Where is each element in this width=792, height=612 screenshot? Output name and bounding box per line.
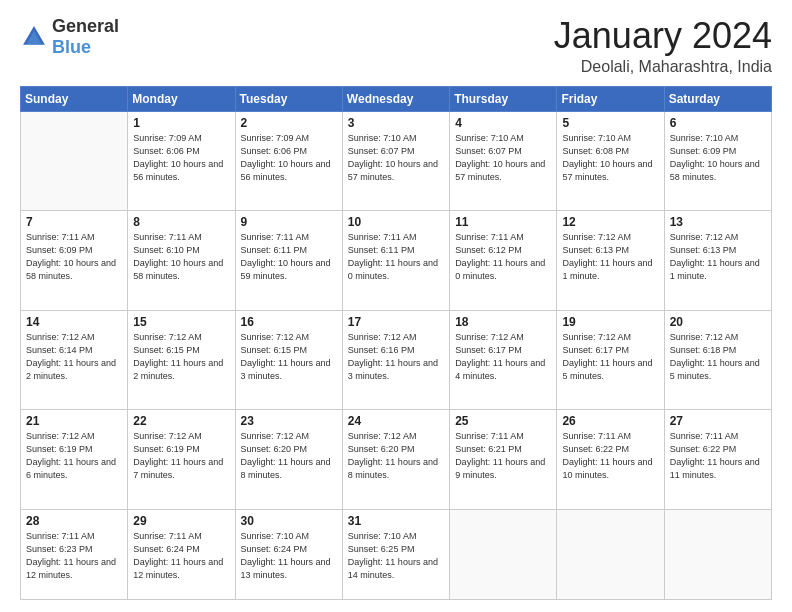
calendar-day-cell: 7 Sunrise: 7:11 AMSunset: 6:09 PMDayligh… — [21, 211, 128, 310]
page: General Blue January 2024 Deolali, Mahar… — [0, 0, 792, 612]
calendar-day-cell: 19 Sunrise: 7:12 AMSunset: 6:17 PMDaylig… — [557, 310, 664, 409]
weekday-header: Saturday — [664, 86, 771, 111]
day-info: Sunrise: 7:09 AMSunset: 6:06 PMDaylight:… — [241, 133, 331, 182]
day-number: 1 — [133, 116, 229, 130]
calendar-day-cell: 26 Sunrise: 7:11 AMSunset: 6:22 PMDaylig… — [557, 410, 664, 509]
calendar-day-cell: 12 Sunrise: 7:12 AMSunset: 6:13 PMDaylig… — [557, 211, 664, 310]
day-number: 14 — [26, 315, 122, 329]
calendar-day-cell: 5 Sunrise: 7:10 AMSunset: 6:08 PMDayligh… — [557, 111, 664, 210]
day-info: Sunrise: 7:10 AMSunset: 6:07 PMDaylight:… — [455, 133, 545, 182]
calendar-day-cell — [21, 111, 128, 210]
day-info: Sunrise: 7:12 AMSunset: 6:15 PMDaylight:… — [133, 332, 223, 381]
calendar-day-cell: 29 Sunrise: 7:11 AMSunset: 6:24 PMDaylig… — [128, 509, 235, 599]
day-info: Sunrise: 7:12 AMSunset: 6:18 PMDaylight:… — [670, 332, 760, 381]
day-number: 29 — [133, 514, 229, 528]
day-info: Sunrise: 7:10 AMSunset: 6:25 PMDaylight:… — [348, 531, 438, 580]
calendar-day-cell — [664, 509, 771, 599]
logo: General Blue — [20, 16, 119, 58]
calendar-day-cell: 4 Sunrise: 7:10 AMSunset: 6:07 PMDayligh… — [450, 111, 557, 210]
day-number: 10 — [348, 215, 444, 229]
day-info: Sunrise: 7:12 AMSunset: 6:15 PMDaylight:… — [241, 332, 331, 381]
day-number: 26 — [562, 414, 658, 428]
day-info: Sunrise: 7:10 AMSunset: 6:08 PMDaylight:… — [562, 133, 652, 182]
day-number: 23 — [241, 414, 337, 428]
day-number: 11 — [455, 215, 551, 229]
calendar-week-row: 28 Sunrise: 7:11 AMSunset: 6:23 PMDaylig… — [21, 509, 772, 599]
day-info: Sunrise: 7:11 AMSunset: 6:12 PMDaylight:… — [455, 232, 545, 281]
calendar-day-cell: 16 Sunrise: 7:12 AMSunset: 6:15 PMDaylig… — [235, 310, 342, 409]
day-number: 15 — [133, 315, 229, 329]
day-number: 12 — [562, 215, 658, 229]
weekday-header: Tuesday — [235, 86, 342, 111]
day-info: Sunrise: 7:11 AMSunset: 6:11 PMDaylight:… — [241, 232, 331, 281]
day-number: 13 — [670, 215, 766, 229]
day-info: Sunrise: 7:11 AMSunset: 6:23 PMDaylight:… — [26, 531, 116, 580]
day-number: 9 — [241, 215, 337, 229]
calendar-header-row: SundayMondayTuesdayWednesdayThursdayFrid… — [21, 86, 772, 111]
day-info: Sunrise: 7:11 AMSunset: 6:09 PMDaylight:… — [26, 232, 116, 281]
calendar-week-row: 14 Sunrise: 7:12 AMSunset: 6:14 PMDaylig… — [21, 310, 772, 409]
calendar-day-cell: 2 Sunrise: 7:09 AMSunset: 6:06 PMDayligh… — [235, 111, 342, 210]
day-info: Sunrise: 7:09 AMSunset: 6:06 PMDaylight:… — [133, 133, 223, 182]
day-info: Sunrise: 7:12 AMSunset: 6:13 PMDaylight:… — [670, 232, 760, 281]
day-info: Sunrise: 7:12 AMSunset: 6:20 PMDaylight:… — [348, 431, 438, 480]
day-info: Sunrise: 7:11 AMSunset: 6:10 PMDaylight:… — [133, 232, 223, 281]
weekday-header: Friday — [557, 86, 664, 111]
day-number: 20 — [670, 315, 766, 329]
day-info: Sunrise: 7:12 AMSunset: 6:13 PMDaylight:… — [562, 232, 652, 281]
day-number: 22 — [133, 414, 229, 428]
day-number: 31 — [348, 514, 444, 528]
calendar-day-cell: 3 Sunrise: 7:10 AMSunset: 6:07 PMDayligh… — [342, 111, 449, 210]
calendar-day-cell: 15 Sunrise: 7:12 AMSunset: 6:15 PMDaylig… — [128, 310, 235, 409]
logo-text: General Blue — [52, 16, 119, 58]
month-year: January 2024 — [554, 16, 772, 56]
day-info: Sunrise: 7:12 AMSunset: 6:17 PMDaylight:… — [562, 332, 652, 381]
day-info: Sunrise: 7:10 AMSunset: 6:24 PMDaylight:… — [241, 531, 331, 580]
day-number: 18 — [455, 315, 551, 329]
day-info: Sunrise: 7:12 AMSunset: 6:14 PMDaylight:… — [26, 332, 116, 381]
calendar-day-cell: 20 Sunrise: 7:12 AMSunset: 6:18 PMDaylig… — [664, 310, 771, 409]
day-info: Sunrise: 7:11 AMSunset: 6:11 PMDaylight:… — [348, 232, 438, 281]
day-info: Sunrise: 7:10 AMSunset: 6:09 PMDaylight:… — [670, 133, 760, 182]
day-number: 5 — [562, 116, 658, 130]
calendar-day-cell: 21 Sunrise: 7:12 AMSunset: 6:19 PMDaylig… — [21, 410, 128, 509]
calendar-day-cell: 22 Sunrise: 7:12 AMSunset: 6:19 PMDaylig… — [128, 410, 235, 509]
day-number: 21 — [26, 414, 122, 428]
day-number: 3 — [348, 116, 444, 130]
calendar-day-cell: 14 Sunrise: 7:12 AMSunset: 6:14 PMDaylig… — [21, 310, 128, 409]
weekday-header: Thursday — [450, 86, 557, 111]
day-info: Sunrise: 7:11 AMSunset: 6:22 PMDaylight:… — [670, 431, 760, 480]
day-number: 4 — [455, 116, 551, 130]
day-number: 27 — [670, 414, 766, 428]
day-number: 24 — [348, 414, 444, 428]
day-info: Sunrise: 7:11 AMSunset: 6:21 PMDaylight:… — [455, 431, 545, 480]
weekday-header: Monday — [128, 86, 235, 111]
calendar-day-cell: 24 Sunrise: 7:12 AMSunset: 6:20 PMDaylig… — [342, 410, 449, 509]
weekday-header: Wednesday — [342, 86, 449, 111]
header: General Blue January 2024 Deolali, Mahar… — [20, 16, 772, 76]
day-number: 19 — [562, 315, 658, 329]
calendar-day-cell: 25 Sunrise: 7:11 AMSunset: 6:21 PMDaylig… — [450, 410, 557, 509]
day-info: Sunrise: 7:12 AMSunset: 6:17 PMDaylight:… — [455, 332, 545, 381]
location: Deolali, Maharashtra, India — [554, 58, 772, 76]
day-info: Sunrise: 7:11 AMSunset: 6:24 PMDaylight:… — [133, 531, 223, 580]
calendar-day-cell: 17 Sunrise: 7:12 AMSunset: 6:16 PMDaylig… — [342, 310, 449, 409]
day-number: 16 — [241, 315, 337, 329]
day-number: 30 — [241, 514, 337, 528]
day-number: 7 — [26, 215, 122, 229]
day-info: Sunrise: 7:10 AMSunset: 6:07 PMDaylight:… — [348, 133, 438, 182]
day-number: 17 — [348, 315, 444, 329]
day-info: Sunrise: 7:11 AMSunset: 6:22 PMDaylight:… — [562, 431, 652, 480]
day-number: 2 — [241, 116, 337, 130]
title-block: January 2024 Deolali, Maharashtra, India — [554, 16, 772, 76]
day-number: 28 — [26, 514, 122, 528]
calendar-day-cell: 11 Sunrise: 7:11 AMSunset: 6:12 PMDaylig… — [450, 211, 557, 310]
logo-blue: Blue — [52, 37, 91, 57]
calendar-day-cell: 13 Sunrise: 7:12 AMSunset: 6:13 PMDaylig… — [664, 211, 771, 310]
calendar-day-cell: 18 Sunrise: 7:12 AMSunset: 6:17 PMDaylig… — [450, 310, 557, 409]
day-info: Sunrise: 7:12 AMSunset: 6:19 PMDaylight:… — [133, 431, 223, 480]
calendar-day-cell: 23 Sunrise: 7:12 AMSunset: 6:20 PMDaylig… — [235, 410, 342, 509]
day-number: 8 — [133, 215, 229, 229]
calendar-week-row: 21 Sunrise: 7:12 AMSunset: 6:19 PMDaylig… — [21, 410, 772, 509]
day-number: 6 — [670, 116, 766, 130]
